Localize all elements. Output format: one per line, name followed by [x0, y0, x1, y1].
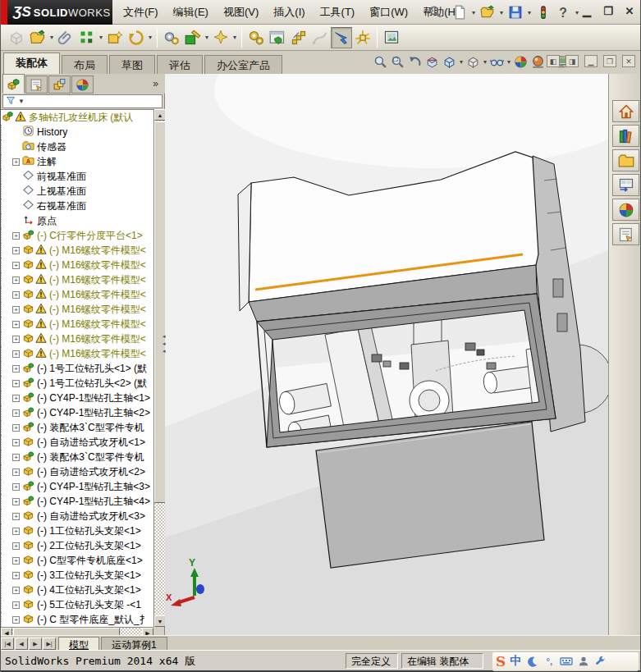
tree-item[interactable]: +(-) C型零件专机底座<1>: [1, 553, 153, 568]
large-design-review-icon[interactable]: [352, 27, 373, 48]
tree-item[interactable]: +(-) 自动进给式攻牙机<1>: [1, 435, 153, 450]
ime-fullshape-icon[interactable]: [525, 655, 538, 668]
graphics-area[interactable]: Y X: [165, 74, 608, 635]
tree-item[interactable]: 右视基准面: [1, 199, 153, 213]
appearances-scenes-button[interactable]: [612, 199, 639, 221]
tab-评估[interactable]: 评估: [157, 55, 203, 74]
tree-item[interactable]: +(-) M16螺纹零件模型<: [1, 317, 153, 331]
panel-tabs-overflow[interactable]: »: [153, 78, 158, 89]
tree-vertical-scrollbar[interactable]: ▲ ▼: [153, 109, 165, 627]
configurationmanager-tab[interactable]: [48, 75, 71, 94]
restore-button[interactable]: ❐: [601, 3, 616, 18]
new-motion-study-icon[interactable]: [245, 27, 267, 48]
open-part-icon[interactable]: [27, 27, 48, 48]
expand-icon[interactable]: +: [12, 498, 20, 505]
featuremanager-tab[interactable]: [2, 74, 25, 94]
tree-item[interactable]: 前视基准面: [1, 169, 153, 184]
zoom-to-area-icon[interactable]: [389, 53, 406, 71]
open-document-icon[interactable]: [478, 3, 497, 21]
tree-item[interactable]: +(-) M16螺纹零件模型<: [1, 302, 153, 317]
panel-splitter[interactable]: ◂◂◂: [163, 332, 169, 354]
tree-item[interactable]: +(-) C 型零件底座_默认_扌: [1, 612, 153, 627]
expand-icon[interactable]: +: [12, 601, 20, 609]
tab-办公室产品[interactable]: 办公室产品: [204, 55, 282, 74]
tree-item[interactable]: +(-) CY4P-1型钻孔主轴<4>: [1, 494, 153, 509]
sketch-icon[interactable]: [210, 27, 231, 48]
doc-restore[interactable]: ❐: [603, 55, 616, 67]
tree-item[interactable]: +(-) 1工位钻孔头支架<1>: [1, 523, 153, 538]
open-document-icon-dropdown[interactable]: ▾: [498, 9, 505, 16]
traffic-light-icon[interactable]: [534, 3, 552, 21]
minimize-button[interactable]: ▁: [579, 3, 594, 18]
menu-文件(F)[interactable]: 文件(F): [116, 2, 166, 23]
tree-item[interactable]: +(-) 自动进给式攻牙机<3>: [1, 509, 153, 523]
edit-appearance-icon[interactable]: [512, 53, 529, 71]
propertymanager-tab[interactable]: [25, 75, 48, 94]
search-icon[interactable]: [428, 4, 444, 21]
expand-icon[interactable]: +: [12, 262, 20, 269]
new-document-icon-dropdown[interactable]: ▾: [470, 9, 477, 16]
close-button[interactable]: ✕: [622, 3, 637, 18]
filter-bar[interactable]: ▼: [2, 94, 163, 108]
ime-mode-chinese[interactable]: 中: [510, 654, 521, 669]
scroll-down-button[interactable]: ▼: [154, 615, 166, 627]
solidworks-resources-button[interactable]: [612, 100, 639, 122]
linear-component-pattern-icon[interactable]: [76, 27, 98, 48]
tree-item[interactable]: +(-) C行零件分度平台<1>: [1, 228, 153, 243]
expand-icon[interactable]: +: [12, 291, 20, 299]
menu-插入(I)[interactable]: 插入(I): [266, 2, 312, 23]
tree-item[interactable]: 上视基准面: [1, 184, 153, 199]
nav-previous-button[interactable]: ◀: [15, 638, 28, 650]
expand-icon[interactable]: +: [12, 587, 20, 594]
nav-first-button[interactable]: |◀: [1, 638, 14, 650]
expand-icon[interactable]: +: [12, 395, 20, 402]
tree-item[interactable]: 原点: [1, 213, 153, 228]
expand-icon[interactable]: +: [12, 409, 20, 417]
tree-item[interactable]: +(-) 装配体3`C型零件专机: [1, 420, 153, 435]
design-library-button[interactable]: [612, 125, 639, 147]
expand-icon[interactable]: +: [12, 158, 20, 166]
display-style-dropdown[interactable]: ▾: [482, 58, 488, 66]
ime-punctuation-icon[interactable]: °,: [543, 655, 556, 668]
expand-icon[interactable]: +: [12, 469, 20, 476]
smart-fasteners-icon[interactable]: [104, 27, 126, 48]
tree-item[interactable]: +(-) 4工位钻孔头支架<1>: [1, 583, 153, 597]
new-document-icon[interactable]: [451, 3, 469, 21]
filter-dropdown-caret[interactable]: ▼: [18, 98, 25, 105]
expand-icon[interactable]: +: [12, 454, 20, 461]
expand-icon[interactable]: +: [12, 557, 20, 565]
apply-scene-icon[interactable]: [529, 53, 547, 71]
tree-item[interactable]: +(-) M16螺纹零件模型<: [1, 258, 153, 272]
bill-of-materials-icon[interactable]: [267, 27, 288, 48]
previous-view-icon[interactable]: [406, 53, 424, 71]
rotate-component-dropdown[interactable]: ▾: [147, 34, 153, 41]
ime-keyboard-icon[interactable]: [560, 655, 573, 668]
menu-编辑(E)[interactable]: 编辑(E): [166, 2, 216, 23]
menu-视图(V)[interactable]: 视图(V): [216, 2, 266, 23]
expand-icon[interactable]: +: [12, 321, 20, 328]
reference-geometry-icon[interactable]: [182, 27, 204, 48]
nav-next-button[interactable]: ▶: [29, 638, 42, 650]
expand-icon[interactable]: +: [12, 424, 20, 432]
help-icon[interactable]: ?: [554, 3, 572, 21]
hide-show-items-dropdown[interactable]: ▾: [506, 58, 512, 66]
sogou-logo[interactable]: S: [496, 653, 506, 670]
display-style-icon[interactable]: [465, 53, 482, 71]
menu-窗口(W)[interactable]: 窗口(W): [362, 2, 415, 23]
expand-icon[interactable]: +: [12, 306, 20, 313]
scroll-thumb[interactable]: [154, 121, 166, 503]
tree-item[interactable]: +(-) 2工位钻孔头支架<1>: [1, 538, 153, 553]
pane-right-toggle[interactable]: ◨: [565, 55, 579, 67]
scroll-up-button[interactable]: ▲: [154, 109, 166, 121]
tree-item[interactable]: +(-) M16螺纹零件模型<: [1, 287, 153, 302]
expand-icon[interactable]: +: [12, 528, 20, 535]
expand-icon[interactable]: +: [12, 232, 20, 240]
tree-item[interactable]: +(-) 自动进给式攻牙机<2>: [1, 464, 153, 479]
expand-icon[interactable]: +: [12, 616, 20, 624]
expand-icon[interactable]: +: [12, 513, 20, 520]
tree-item[interactable]: 传感器: [1, 139, 153, 154]
section-view-icon[interactable]: [424, 53, 441, 71]
sketch-dropdown[interactable]: ▾: [231, 34, 238, 41]
ime-user-icon[interactable]: [577, 655, 590, 668]
tree-item[interactable]: +(-) 装配体3`C型零件专机: [1, 450, 153, 464]
